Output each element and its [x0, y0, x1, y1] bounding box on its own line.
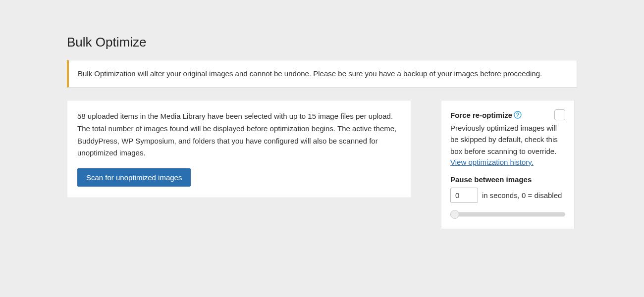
warning-notice: Bulk Optimization will alter your origin… [67, 60, 577, 88]
info-text: 58 uploaded items in the Media Library h… [77, 110, 401, 159]
help-icon[interactable] [514, 111, 522, 119]
slider-track [450, 212, 565, 216]
pause-hint: in seconds, 0 = disabled [482, 191, 562, 199]
warning-text: Bulk Optimization will alter your origin… [78, 69, 542, 78]
info-card: 58 uploaded items in the Media Library h… [67, 100, 411, 198]
force-reoptimize-checkbox[interactable] [554, 109, 565, 120]
pause-label: Pause between images [450, 175, 565, 184]
svg-point-1 [517, 116, 518, 117]
force-reoptimize-description: Previously optimized images will be skip… [450, 122, 565, 157]
scan-button[interactable]: Scan for unoptimized images [77, 168, 191, 187]
view-history-link[interactable]: View optimization history. [450, 158, 534, 166]
force-reoptimize-label: Force re-optimize [450, 111, 512, 119]
pause-slider[interactable] [450, 210, 565, 219]
slider-thumb[interactable] [450, 210, 459, 219]
page-title: Bulk Optimize [67, 35, 577, 50]
pause-input[interactable] [450, 188, 478, 203]
sidebar-card: Force re-optimize Previously optimized i… [441, 100, 575, 229]
